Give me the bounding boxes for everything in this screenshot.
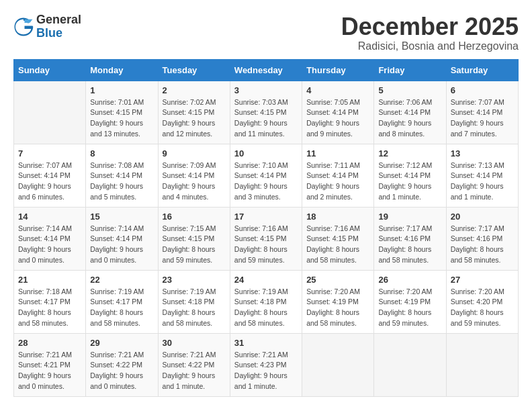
day-info: Sunrise: 7:17 AMSunset: 4:16 PMDaylight:…	[451, 224, 514, 266]
day-info: Sunrise: 7:13 AMSunset: 4:14 PMDaylight:…	[451, 161, 514, 203]
day-info: Sunrise: 7:21 AMSunset: 4:23 PMDaylight:…	[234, 350, 298, 392]
calendar-day-cell: 10Sunrise: 7:10 AMSunset: 4:14 PMDayligh…	[230, 144, 302, 207]
calendar-day-cell: 13Sunrise: 7:13 AMSunset: 4:14 PMDayligh…	[446, 144, 518, 207]
day-info: Sunrise: 7:16 AMSunset: 4:15 PMDaylight:…	[306, 224, 369, 266]
day-of-week-header: Thursday	[302, 59, 374, 81]
calendar-day-cell: 2Sunrise: 7:02 AMSunset: 4:15 PMDaylight…	[158, 81, 230, 144]
day-info: Sunrise: 7:21 AMSunset: 4:22 PMDaylight:…	[90, 350, 153, 392]
day-info: Sunrise: 7:02 AMSunset: 4:15 PMDaylight:…	[163, 97, 226, 140]
day-number: 17	[234, 212, 298, 222]
calendar-day-cell	[302, 333, 374, 396]
day-info: Sunrise: 7:21 AMSunset: 4:22 PMDaylight:…	[163, 350, 226, 392]
calendar-week-row: 28Sunrise: 7:21 AMSunset: 4:21 PMDayligh…	[14, 333, 519, 396]
day-info: Sunrise: 7:07 AMSunset: 4:14 PMDaylight:…	[18, 161, 81, 203]
day-number: 20	[451, 212, 514, 222]
day-number: 1	[90, 85, 153, 95]
day-info: Sunrise: 7:10 AMSunset: 4:14 PMDaylight:…	[234, 161, 298, 203]
logo: General Blue	[13, 13, 81, 40]
calendar-week-row: 21Sunrise: 7:18 AMSunset: 4:17 PMDayligh…	[14, 270, 519, 333]
page-title: December 2025	[341, 13, 519, 40]
day-number: 31	[234, 338, 298, 348]
calendar-day-cell: 31Sunrise: 7:21 AMSunset: 4:23 PMDayligh…	[230, 333, 302, 396]
calendar-day-cell: 8Sunrise: 7:08 AMSunset: 4:14 PMDaylight…	[86, 144, 158, 207]
calendar-day-cell	[446, 333, 518, 396]
day-number: 8	[90, 148, 153, 158]
day-info: Sunrise: 7:21 AMSunset: 4:21 PMDaylight:…	[18, 350, 81, 392]
calendar-day-cell: 24Sunrise: 7:19 AMSunset: 4:18 PMDayligh…	[230, 270, 302, 333]
logo-icon	[13, 17, 34, 37]
day-info: Sunrise: 7:20 AMSunset: 4:19 PMDaylight:…	[306, 287, 369, 329]
title-area: December 2025 Radisici, Bosnia and Herze…	[341, 13, 519, 52]
calendar-table: SundayMondayTuesdayWednesdayThursdayFrid…	[13, 59, 519, 397]
day-info: Sunrise: 7:01 AMSunset: 4:15 PMDaylight:…	[90, 97, 153, 140]
calendar-day-cell: 19Sunrise: 7:17 AMSunset: 4:16 PMDayligh…	[374, 207, 446, 270]
day-number: 10	[234, 148, 298, 158]
calendar-day-cell: 22Sunrise: 7:19 AMSunset: 4:17 PMDayligh…	[86, 270, 158, 333]
day-info: Sunrise: 7:08 AMSunset: 4:14 PMDaylight:…	[90, 161, 153, 203]
calendar-day-cell: 6Sunrise: 7:07 AMSunset: 4:14 PMDaylight…	[446, 81, 518, 144]
day-number: 15	[90, 212, 153, 222]
day-info: Sunrise: 7:14 AMSunset: 4:14 PMDaylight:…	[18, 224, 81, 266]
day-info: Sunrise: 7:14 AMSunset: 4:14 PMDaylight:…	[90, 224, 153, 266]
day-number: 21	[18, 275, 81, 285]
page-subtitle: Radisici, Bosnia and Herzegovina	[341, 40, 519, 52]
day-number: 2	[163, 85, 226, 95]
day-of-week-header: Monday	[86, 59, 158, 81]
day-number: 7	[18, 148, 81, 158]
calendar-day-cell: 7Sunrise: 7:07 AMSunset: 4:14 PMDaylight…	[14, 144, 86, 207]
calendar-day-cell: 12Sunrise: 7:12 AMSunset: 4:14 PMDayligh…	[374, 144, 446, 207]
calendar-day-cell: 20Sunrise: 7:17 AMSunset: 4:16 PMDayligh…	[446, 207, 518, 270]
day-info: Sunrise: 7:12 AMSunset: 4:14 PMDaylight:…	[378, 161, 441, 203]
day-info: Sunrise: 7:09 AMSunset: 4:14 PMDaylight:…	[163, 161, 226, 203]
day-info: Sunrise: 7:19 AMSunset: 4:18 PMDaylight:…	[234, 287, 298, 329]
calendar-day-cell: 1Sunrise: 7:01 AMSunset: 4:15 PMDaylight…	[86, 81, 158, 144]
calendar-day-cell	[374, 333, 446, 396]
calendar-day-cell: 26Sunrise: 7:20 AMSunset: 4:19 PMDayligh…	[374, 270, 446, 333]
calendar-day-cell: 5Sunrise: 7:06 AMSunset: 4:14 PMDaylight…	[374, 81, 446, 144]
day-number: 12	[378, 148, 441, 158]
day-number: 24	[234, 275, 298, 285]
day-number: 28	[18, 338, 81, 348]
day-info: Sunrise: 7:03 AMSunset: 4:15 PMDaylight:…	[234, 97, 298, 140]
day-info: Sunrise: 7:18 AMSunset: 4:17 PMDaylight:…	[18, 287, 81, 329]
calendar-day-cell: 15Sunrise: 7:14 AMSunset: 4:14 PMDayligh…	[86, 207, 158, 270]
day-of-week-header: Friday	[374, 59, 446, 81]
day-info: Sunrise: 7:06 AMSunset: 4:14 PMDaylight:…	[378, 97, 441, 140]
calendar-week-row: 7Sunrise: 7:07 AMSunset: 4:14 PMDaylight…	[14, 144, 519, 207]
day-number: 16	[163, 212, 226, 222]
calendar-day-cell: 11Sunrise: 7:11 AMSunset: 4:14 PMDayligh…	[302, 144, 374, 207]
day-of-week-header: Saturday	[446, 59, 518, 81]
calendar-week-row: 1Sunrise: 7:01 AMSunset: 4:15 PMDaylight…	[14, 81, 519, 144]
day-number: 3	[234, 85, 298, 95]
calendar-header-row: SundayMondayTuesdayWednesdayThursdayFrid…	[14, 59, 519, 81]
day-number: 5	[378, 85, 441, 95]
calendar-day-cell: 4Sunrise: 7:05 AMSunset: 4:14 PMDaylight…	[302, 81, 374, 144]
day-number: 27	[451, 275, 514, 285]
day-number: 14	[18, 212, 81, 222]
day-info: Sunrise: 7:05 AMSunset: 4:14 PMDaylight:…	[306, 97, 369, 140]
day-of-week-header: Wednesday	[230, 59, 302, 81]
day-number: 4	[306, 85, 369, 95]
calendar-day-cell: 23Sunrise: 7:19 AMSunset: 4:18 PMDayligh…	[158, 270, 230, 333]
calendar-day-cell: 28Sunrise: 7:21 AMSunset: 4:21 PMDayligh…	[14, 333, 86, 396]
day-info: Sunrise: 7:15 AMSunset: 4:15 PMDaylight:…	[163, 224, 226, 266]
day-info: Sunrise: 7:17 AMSunset: 4:16 PMDaylight:…	[378, 224, 441, 266]
day-info: Sunrise: 7:19 AMSunset: 4:18 PMDaylight:…	[163, 287, 226, 329]
day-number: 25	[306, 275, 369, 285]
calendar-day-cell: 17Sunrise: 7:16 AMSunset: 4:15 PMDayligh…	[230, 207, 302, 270]
day-number: 30	[163, 338, 226, 348]
day-number: 29	[90, 338, 153, 348]
day-number: 13	[451, 148, 514, 158]
day-info: Sunrise: 7:16 AMSunset: 4:15 PMDaylight:…	[234, 224, 298, 266]
calendar-day-cell: 27Sunrise: 7:20 AMSunset: 4:20 PMDayligh…	[446, 270, 518, 333]
day-info: Sunrise: 7:20 AMSunset: 4:20 PMDaylight:…	[451, 287, 514, 329]
calendar-day-cell: 18Sunrise: 7:16 AMSunset: 4:15 PMDayligh…	[302, 207, 374, 270]
day-number: 6	[451, 85, 514, 95]
day-info: Sunrise: 7:19 AMSunset: 4:17 PMDaylight:…	[90, 287, 153, 329]
page-header: General Blue December 2025 Radisici, Bos…	[13, 13, 519, 52]
day-number: 9	[163, 148, 226, 158]
day-info: Sunrise: 7:11 AMSunset: 4:14 PMDaylight:…	[306, 161, 369, 203]
day-of-week-header: Tuesday	[158, 59, 230, 81]
calendar-day-cell: 14Sunrise: 7:14 AMSunset: 4:14 PMDayligh…	[14, 207, 86, 270]
day-number: 23	[163, 275, 226, 285]
